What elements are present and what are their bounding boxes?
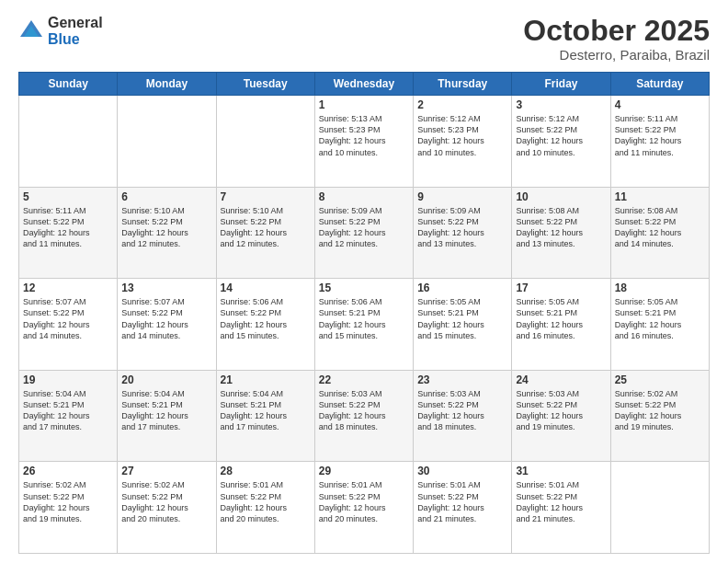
day-info: Sunrise: 5:13 AM Sunset: 5:23 PM Dayligh… — [319, 113, 409, 158]
day-info: Sunrise: 5:02 AM Sunset: 5:22 PM Dayligh… — [23, 479, 113, 524]
day-header-saturday: Saturday — [610, 73, 709, 96]
day-info: Sunrise: 5:04 AM Sunset: 5:21 PM Dayligh… — [221, 388, 311, 433]
day-number: 24 — [516, 373, 606, 386]
calendar-cell: 20Sunrise: 5:04 AM Sunset: 5:21 PM Dayli… — [118, 370, 216, 462]
day-number: 5 — [23, 190, 113, 203]
day-number: 18 — [615, 282, 705, 294]
day-info: Sunrise: 5:07 AM Sunset: 5:22 PM Dayligh… — [121, 296, 211, 341]
calendar-cell: 19Sunrise: 5:04 AM Sunset: 5:21 PM Dayli… — [19, 370, 118, 462]
day-info: Sunrise: 5:04 AM Sunset: 5:21 PM Dayligh… — [121, 388, 211, 433]
day-info: Sunrise: 5:08 AM Sunset: 5:22 PM Dayligh… — [516, 205, 606, 250]
day-header-thursday: Thursday — [414, 73, 512, 96]
day-info: Sunrise: 5:06 AM Sunset: 5:22 PM Dayligh… — [221, 296, 311, 341]
day-number: 31 — [516, 465, 606, 477]
day-header-friday: Friday — [512, 73, 610, 96]
day-number: 8 — [319, 190, 409, 203]
day-info: Sunrise: 5:12 AM Sunset: 5:23 PM Dayligh… — [417, 113, 507, 158]
day-number: 30 — [417, 465, 507, 477]
day-info: Sunrise: 5:06 AM Sunset: 5:21 PM Dayligh… — [319, 296, 409, 341]
day-info: Sunrise: 5:03 AM Sunset: 5:22 PM Dayligh… — [516, 388, 606, 433]
day-number: 17 — [516, 282, 606, 294]
day-number: 7 — [221, 190, 311, 203]
day-number: 16 — [417, 282, 507, 294]
day-info: Sunrise: 5:01 AM Sunset: 5:22 PM Dayligh… — [516, 479, 606, 524]
calendar-cell: 21Sunrise: 5:04 AM Sunset: 5:21 PM Dayli… — [216, 370, 314, 462]
day-number: 13 — [121, 282, 211, 294]
day-info: Sunrise: 5:07 AM Sunset: 5:22 PM Dayligh… — [23, 296, 113, 341]
calendar-cell: 2Sunrise: 5:12 AM Sunset: 5:23 PM Daylig… — [414, 96, 512, 188]
calendar-week-3: 12Sunrise: 5:07 AM Sunset: 5:22 PM Dayli… — [19, 279, 710, 371]
day-info: Sunrise: 5:04 AM Sunset: 5:21 PM Dayligh… — [23, 388, 113, 433]
calendar-week-2: 5Sunrise: 5:11 AM Sunset: 5:22 PM Daylig… — [19, 187, 710, 279]
header: General Blue October 2025 Desterro, Para… — [18, 15, 710, 63]
day-info: Sunrise: 5:01 AM Sunset: 5:22 PM Dayligh… — [319, 479, 409, 524]
calendar-cell: 3Sunrise: 5:12 AM Sunset: 5:22 PM Daylig… — [512, 96, 610, 188]
calendar-cell: 25Sunrise: 5:02 AM Sunset: 5:22 PM Dayli… — [610, 370, 709, 462]
logo-blue-text: Blue — [48, 31, 103, 48]
day-info: Sunrise: 5:09 AM Sunset: 5:22 PM Dayligh… — [319, 205, 409, 250]
logo-icon — [18, 18, 44, 44]
day-number: 9 — [417, 190, 507, 203]
day-number: 14 — [221, 282, 311, 294]
day-number: 29 — [319, 465, 409, 477]
calendar-cell: 17Sunrise: 5:05 AM Sunset: 5:21 PM Dayli… — [512, 279, 610, 371]
calendar-cell — [610, 462, 709, 554]
calendar-cell: 9Sunrise: 5:09 AM Sunset: 5:22 PM Daylig… — [414, 187, 512, 279]
calendar-cell: 30Sunrise: 5:01 AM Sunset: 5:22 PM Dayli… — [414, 462, 512, 554]
day-number: 12 — [23, 282, 113, 294]
month-title: October 2025 — [523, 15, 710, 47]
day-number: 2 — [417, 98, 507, 111]
day-info: Sunrise: 5:10 AM Sunset: 5:22 PM Dayligh… — [221, 205, 311, 250]
calendar-cell: 16Sunrise: 5:05 AM Sunset: 5:21 PM Dayli… — [414, 279, 512, 371]
day-info: Sunrise: 5:02 AM Sunset: 5:22 PM Dayligh… — [615, 388, 705, 433]
day-number: 15 — [319, 282, 409, 294]
day-info: Sunrise: 5:05 AM Sunset: 5:21 PM Dayligh… — [417, 296, 507, 341]
day-number: 6 — [121, 190, 211, 203]
calendar-cell: 26Sunrise: 5:02 AM Sunset: 5:22 PM Dayli… — [19, 462, 118, 554]
day-number: 20 — [121, 373, 211, 386]
calendar-cell: 1Sunrise: 5:13 AM Sunset: 5:23 PM Daylig… — [314, 96, 413, 188]
day-number: 10 — [516, 190, 606, 203]
calendar-cell: 12Sunrise: 5:07 AM Sunset: 5:22 PM Dayli… — [19, 279, 118, 371]
day-number: 4 — [615, 98, 705, 111]
calendar-cell: 18Sunrise: 5:05 AM Sunset: 5:21 PM Dayli… — [610, 279, 709, 371]
day-info: Sunrise: 5:08 AM Sunset: 5:22 PM Dayligh… — [615, 205, 705, 250]
day-header-sunday: Sunday — [19, 73, 118, 96]
day-number: 3 — [516, 98, 606, 111]
calendar-cell: 11Sunrise: 5:08 AM Sunset: 5:22 PM Dayli… — [610, 187, 709, 279]
day-number: 22 — [319, 373, 409, 386]
day-number: 28 — [221, 465, 311, 477]
day-info: Sunrise: 5:12 AM Sunset: 5:22 PM Dayligh… — [516, 113, 606, 158]
calendar-cell: 6Sunrise: 5:10 AM Sunset: 5:22 PM Daylig… — [118, 187, 216, 279]
day-number: 11 — [615, 190, 705, 203]
day-number: 19 — [23, 373, 113, 386]
day-info: Sunrise: 5:03 AM Sunset: 5:22 PM Dayligh… — [319, 388, 409, 433]
day-info: Sunrise: 5:09 AM Sunset: 5:22 PM Dayligh… — [417, 205, 507, 250]
calendar-cell: 23Sunrise: 5:03 AM Sunset: 5:22 PM Dayli… — [414, 370, 512, 462]
day-header-monday: Monday — [118, 73, 216, 96]
calendar-cell: 10Sunrise: 5:08 AM Sunset: 5:22 PM Dayli… — [512, 187, 610, 279]
logo: General Blue — [18, 15, 103, 47]
day-info: Sunrise: 5:11 AM Sunset: 5:22 PM Dayligh… — [615, 113, 705, 158]
calendar-week-5: 26Sunrise: 5:02 AM Sunset: 5:22 PM Dayli… — [19, 462, 710, 554]
calendar-week-1: 1Sunrise: 5:13 AM Sunset: 5:23 PM Daylig… — [19, 96, 710, 188]
day-number: 1 — [319, 98, 409, 111]
calendar-cell: 8Sunrise: 5:09 AM Sunset: 5:22 PM Daylig… — [314, 187, 413, 279]
calendar-table: SundayMondayTuesdayWednesdayThursdayFrid… — [18, 72, 710, 554]
calendar-week-4: 19Sunrise: 5:04 AM Sunset: 5:21 PM Dayli… — [19, 370, 710, 462]
page: General Blue October 2025 Desterro, Para… — [0, 0, 728, 563]
day-header-tuesday: Tuesday — [216, 73, 314, 96]
day-info: Sunrise: 5:05 AM Sunset: 5:21 PM Dayligh… — [516, 296, 606, 341]
day-info: Sunrise: 5:02 AM Sunset: 5:22 PM Dayligh… — [121, 479, 211, 524]
calendar-cell: 5Sunrise: 5:11 AM Sunset: 5:22 PM Daylig… — [19, 187, 118, 279]
calendar-cell: 27Sunrise: 5:02 AM Sunset: 5:22 PM Dayli… — [118, 462, 216, 554]
day-info: Sunrise: 5:10 AM Sunset: 5:22 PM Dayligh… — [121, 205, 211, 250]
day-number: 25 — [615, 373, 705, 386]
calendar-cell: 24Sunrise: 5:03 AM Sunset: 5:22 PM Dayli… — [512, 370, 610, 462]
calendar-cell: 15Sunrise: 5:06 AM Sunset: 5:21 PM Dayli… — [314, 279, 413, 371]
calendar-cell — [118, 96, 216, 188]
calendar-cell: 13Sunrise: 5:07 AM Sunset: 5:22 PM Dayli… — [118, 279, 216, 371]
calendar-cell: 14Sunrise: 5:06 AM Sunset: 5:22 PM Dayli… — [216, 279, 314, 371]
day-info: Sunrise: 5:01 AM Sunset: 5:22 PM Dayligh… — [417, 479, 507, 524]
day-header-wednesday: Wednesday — [314, 73, 413, 96]
